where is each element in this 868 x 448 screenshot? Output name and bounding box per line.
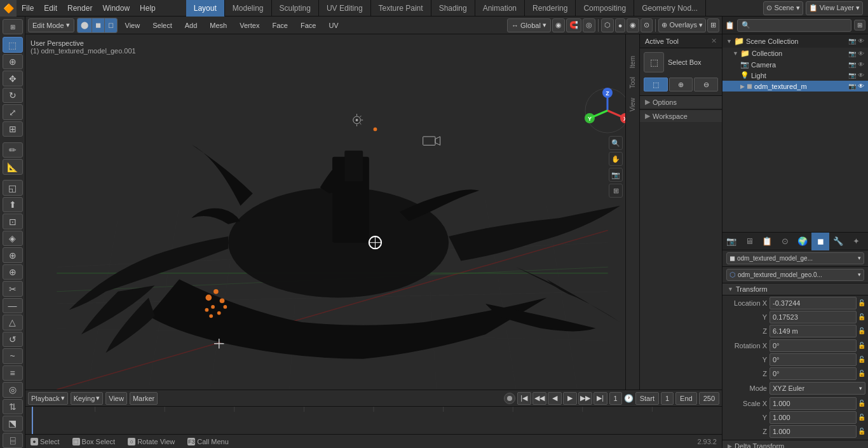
rotation-mode-dropdown[interactable]: XYZ Euler ▾: [770, 382, 865, 395]
marker-btn[interactable]: Marker: [130, 392, 158, 405]
particles-props-icon[interactable]: ✦: [847, 233, 865, 250]
hand-btn[interactable]: ✋: [609, 152, 623, 166]
rotation-y-field[interactable]: 0°: [770, 353, 857, 366]
loc-x-lock[interactable]: 🔓: [858, 299, 865, 306]
scale-y-lock[interactable]: 🔓: [858, 414, 865, 421]
delta-transform-section[interactable]: ▶ Delta Transform: [722, 440, 868, 449]
collection-row[interactable]: ▼ 📁 Collection 📷 👁: [722, 48, 868, 59]
scene-col-vis-hide[interactable]: 👁: [858, 37, 864, 44]
extrude-btn[interactable]: ⬆: [3, 197, 23, 212]
scene-col-vis-render[interactable]: 📷: [848, 37, 856, 44]
view-btn[interactable]: View: [105, 392, 127, 405]
object-props-icon[interactable]: ◼: [811, 233, 829, 250]
step-back-btn[interactable]: ◀◀: [532, 392, 546, 405]
poly-build-btn[interactable]: △: [3, 315, 23, 330]
render-props-icon[interactable]: 📷: [722, 233, 740, 250]
select-menu[interactable]: Select: [147, 18, 177, 32]
push-pull-btn[interactable]: ⇅: [3, 399, 23, 414]
snap-btn[interactable]: 🧲: [566, 18, 581, 32]
face-mode-btn[interactable]: ◻: [104, 18, 117, 32]
scale-z-lock[interactable]: 🔓: [858, 428, 865, 435]
play-forward-btn[interactable]: ▶: [563, 392, 577, 405]
light-hide-icon[interactable]: 👁: [858, 72, 864, 79]
bisect-btn[interactable]: —: [3, 298, 23, 313]
viewport-shading-wire[interactable]: ⬡: [601, 18, 614, 32]
step-fwd-btn[interactable]: ▶▶: [578, 392, 592, 405]
rot-x-lock[interactable]: 🔓: [858, 342, 865, 349]
view-layer-props-icon[interactable]: 📋: [758, 233, 776, 250]
inset-btn[interactable]: ⊡: [3, 214, 23, 229]
scale-y-field[interactable]: 1.000: [770, 411, 857, 424]
workspace-section-header[interactable]: ▶ Workspace: [640, 109, 722, 122]
viewport-shading-solid[interactable]: ●: [615, 18, 626, 32]
zoom-btn[interactable]: 🔍: [609, 136, 623, 150]
location-y-field[interactable]: 0.17523: [770, 311, 857, 323]
offset-loop-btn[interactable]: ⊕: [3, 264, 23, 280]
vertex-menu[interactable]: Vertex: [234, 18, 264, 32]
scene-dropdown[interactable]: ⊙ Scene ▾: [763, 1, 803, 15]
world-props-icon[interactable]: 🌍: [794, 233, 811, 250]
light-render-icon[interactable]: 📷: [848, 72, 856, 79]
shrink-fatten-btn[interactable]: ◎: [3, 382, 23, 397]
model-render-icon[interactable]: 📷: [848, 83, 856, 90]
textured-model-row[interactable]: ▶ ◼ odm_textured_m 📷 👁: [722, 81, 868, 92]
vertex-mode-btn[interactable]: ⬤: [78, 18, 92, 32]
tab-rendering[interactable]: Rendering: [525, 0, 576, 17]
cursor-btn[interactable]: ⊕: [3, 54, 23, 69]
uv-menu[interactable]: UV: [323, 18, 343, 32]
overlay-btn[interactable]: ⊕ Overlays ▾: [658, 18, 706, 32]
transform-btn[interactable]: ⊞: [3, 121, 23, 137]
menu-edit[interactable]: Edit: [39, 0, 62, 17]
output-props-icon[interactable]: 🖥: [740, 233, 758, 250]
modifier-props-icon[interactable]: 🔧: [829, 233, 847, 250]
tab-layout[interactable]: Layout: [186, 0, 225, 17]
cam-render-icon[interactable]: 📷: [848, 61, 856, 68]
measure-btn[interactable]: 📐: [3, 159, 23, 174]
menu-render[interactable]: Render: [62, 0, 97, 17]
tab-texture-paint[interactable]: Texture Paint: [371, 0, 431, 17]
rip-region-btn[interactable]: ⌸: [3, 433, 23, 448]
pivot-btn[interactable]: ◉: [552, 18, 565, 32]
tab-shading[interactable]: Shading: [431, 0, 475, 17]
gizmo-btn[interactable]: ⊞: [707, 18, 719, 32]
knife-btn[interactable]: ✂: [3, 281, 23, 296]
add-select-btn[interactable]: ⊕: [669, 78, 693, 92]
keying-btn[interactable]: Keying ▾: [71, 392, 104, 405]
bevel-btn[interactable]: ◈: [3, 231, 23, 246]
spin-btn[interactable]: ↺: [3, 332, 23, 347]
scale-z-field[interactable]: 1.000: [770, 425, 857, 438]
rot-z-lock[interactable]: 🔓: [858, 370, 865, 377]
tab-sculpting[interactable]: Sculpting: [272, 0, 319, 17]
viewport-shading-mat[interactable]: ◉: [627, 18, 639, 32]
play-back-btn[interactable]: ◀: [548, 392, 562, 405]
quad-view-btn[interactable]: ⊞: [609, 184, 623, 198]
view-side-tab[interactable]: View: [628, 95, 637, 114]
sub-select-btn[interactable]: ⊖: [694, 78, 718, 92]
edge-mode-btn[interactable]: ◼: [92, 18, 104, 32]
rotate-btn[interactable]: ↻: [3, 88, 23, 103]
add-menu[interactable]: Add: [180, 18, 203, 32]
proportional-btn[interactable]: ◎: [583, 18, 595, 32]
transform-header[interactable]: ▼ Transform: [722, 283, 868, 295]
move-btn[interactable]: ✥: [3, 71, 23, 86]
scene-collection-row[interactable]: ▼ 📁 Scene Collection 📷 👁: [722, 34, 868, 48]
add-cube-btn[interactable]: ◱: [3, 180, 23, 195]
mesh-data-dropdown[interactable]: ⬡ odm_textured_model_geo.0... ▾: [726, 269, 864, 281]
tab-compositing[interactable]: Compositing: [576, 0, 634, 17]
outliner-filter-btn[interactable]: ⊞: [854, 20, 865, 31]
tab-uv-editing[interactable]: UV Editing: [319, 0, 371, 17]
loop-cut-btn[interactable]: ⊕: [3, 247, 23, 262]
shear-btn[interactable]: ⬔: [3, 416, 23, 431]
viewport-shading-render[interactable]: ⊙: [641, 18, 653, 32]
playback-btn[interactable]: Playback ▾: [28, 392, 68, 405]
location-x-field[interactable]: -0.37244: [770, 297, 857, 309]
menu-file[interactable]: File: [17, 0, 39, 17]
edge-slide-btn[interactable]: ≡: [3, 365, 23, 381]
col-vis-hide-icon[interactable]: 👁: [858, 50, 864, 57]
loc-z-lock[interactable]: 🔓: [858, 327, 865, 334]
face-menu[interactable]: Face: [295, 18, 321, 32]
view-layer-dropdown[interactable]: 📋 View Layer ▾: [806, 1, 863, 15]
camera-row[interactable]: 📷 Camera 📷 👁: [722, 59, 868, 70]
edge-menu[interactable]: Face: [267, 18, 292, 32]
rotation-x-field[interactable]: 0°: [770, 339, 857, 352]
